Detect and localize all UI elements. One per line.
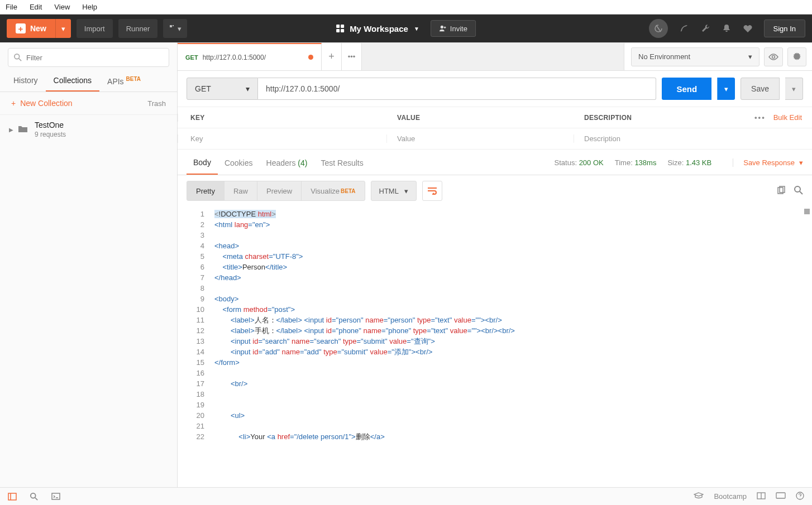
environment-settings-button[interactable] (787, 47, 806, 66)
menu-edit[interactable]: Edit (30, 3, 42, 11)
resp-tab-cookies[interactable]: Cookies (218, 152, 260, 174)
view-toolbar: Pretty Raw Preview Visualize BETA HTML▾ (178, 175, 812, 206)
chevron-down-icon: ▾ (748, 52, 752, 61)
filter-input[interactable] (26, 54, 163, 62)
bell-icon[interactable] (722, 23, 732, 33)
tab-apis[interactable]: APIs BETA (99, 70, 149, 92)
layout-icon[interactable] (757, 492, 766, 501)
params-header: KEY VALUE DESCRIPTION ••• Bulk Edit (178, 107, 812, 128)
statusbar: Bootcamp (0, 487, 812, 505)
new-dropdown[interactable]: ▾ (55, 19, 71, 38)
environment-preview-button[interactable] (764, 47, 783, 66)
plus-icon: + (328, 51, 335, 62)
params-row[interactable]: Key Value Description (178, 128, 812, 150)
environment-select[interactable]: No Environment▾ (631, 47, 760, 66)
new-collection-button[interactable]: +New Collection (11, 99, 73, 108)
collection-item[interactable]: ▶ TestOne 9 requests (0, 115, 177, 144)
format-select[interactable]: HTML▾ (371, 181, 417, 201)
size-label: Size: (667, 158, 684, 167)
tab-options-button[interactable]: ••• (342, 43, 362, 70)
save-dropdown[interactable]: ▾ (785, 78, 803, 100)
col-value: VALUE (387, 114, 574, 122)
new-button[interactable]: +New (7, 19, 55, 38)
svg-line-11 (800, 191, 803, 194)
svg-rect-19 (776, 493, 785, 498)
plus-icon: + (11, 99, 16, 108)
line-gutter: 12345678910111213141516171819202122 (178, 206, 210, 487)
request-tab[interactable]: GET http://127.0.0.1:5000/ (178, 43, 322, 70)
resp-tab-tests[interactable]: Test Results (314, 152, 370, 174)
menu-file[interactable]: File (6, 3, 17, 11)
send-button[interactable]: Send (662, 78, 711, 100)
sidebar-tabs: History Collections APIs BETA (0, 70, 177, 92)
content: GET http://127.0.0.1:5000/ + ••• No Envi… (178, 42, 812, 487)
help-icon[interactable] (796, 492, 804, 502)
svg-point-10 (795, 186, 800, 192)
svg-point-2 (440, 26, 443, 28)
response-tabs: Body Cookies Headers (4) Test Results St… (178, 151, 812, 175)
save-button[interactable]: Save (741, 78, 780, 100)
resp-tab-headers[interactable]: Headers (4) (260, 152, 314, 174)
chevron-down-icon: ▾ (246, 84, 250, 93)
statusbar-right: Bootcamp (694, 492, 804, 502)
signin-button[interactable]: Sign In (764, 20, 805, 37)
wrap-icon (427, 187, 437, 195)
svg-rect-16 (52, 493, 60, 499)
param-desc-input[interactable]: Description (574, 134, 812, 143)
runner-button[interactable]: Runner (118, 19, 158, 38)
svg-line-4 (19, 59, 21, 61)
wrench-icon[interactable] (700, 23, 710, 33)
sidebar-toggle-icon[interactable] (8, 493, 17, 501)
tab-history[interactable]: History (6, 70, 46, 92)
send-dropdown[interactable]: ▾ (717, 78, 735, 100)
view-preview[interactable]: Preview (257, 181, 302, 200)
bootcamp-link[interactable]: Bootcamp (714, 492, 747, 501)
view-pretty[interactable]: Pretty (187, 181, 225, 200)
param-key-input[interactable]: Key (178, 134, 387, 143)
method-select[interactable]: GET▾ (187, 78, 258, 100)
time-value: 138ms (634, 158, 656, 167)
trash-link[interactable]: Trash (147, 99, 166, 108)
collection-text: TestOne 9 requests (35, 121, 66, 138)
tab-collections[interactable]: Collections (46, 70, 99, 92)
capture-button[interactable]: ▾ (163, 19, 187, 38)
workspace-label: My Workspace (350, 24, 408, 33)
wrap-lines-button[interactable] (422, 181, 442, 201)
invite-button[interactable]: Invite (431, 20, 476, 37)
param-value-input[interactable]: Value (387, 134, 574, 143)
menu-help[interactable]: Help (82, 3, 97, 11)
view-visualize[interactable]: Visualize BETA (302, 181, 364, 200)
import-button[interactable]: Import (77, 19, 113, 38)
gear-icon (792, 52, 801, 61)
keyboard-icon[interactable] (776, 492, 786, 501)
dots-icon[interactable]: ••• (754, 113, 766, 122)
menu-view[interactable]: View (54, 3, 70, 11)
filter-box[interactable] (8, 48, 169, 67)
view-raw[interactable]: Raw (225, 181, 257, 200)
search-response-icon[interactable] (794, 186, 803, 196)
url-input[interactable] (258, 78, 656, 100)
save-response-button[interactable]: Save Response ▾ (733, 158, 803, 167)
request-tabs: GET http://127.0.0.1:5000/ + ••• No Envi… (178, 43, 812, 71)
resp-tab-body[interactable]: Body (187, 151, 218, 175)
workspace-selector[interactable]: My Workspace ▼ Invite (336, 20, 476, 37)
menubar: File Edit View Help (0, 0, 812, 15)
status-value: 200 OK (579, 158, 604, 167)
col-key: KEY (178, 114, 387, 122)
satellite-icon[interactable] (679, 23, 689, 33)
sync-disabled-icon[interactable] (649, 19, 668, 38)
svg-rect-12 (8, 493, 16, 500)
response-body[interactable]: 12345678910111213141516171819202122 <!DO… (178, 206, 812, 487)
console-icon[interactable] (51, 493, 60, 500)
copy-icon[interactable] (776, 186, 785, 196)
chevron-down-icon: ▾ (404, 187, 408, 195)
chevron-down-icon: ▾ (799, 158, 803, 167)
new-tab-button[interactable]: + (322, 43, 342, 70)
folder-icon (18, 125, 28, 134)
heart-icon[interactable] (743, 23, 753, 33)
learning-icon[interactable] (694, 492, 704, 501)
svg-point-5 (772, 55, 775, 58)
bulk-edit-link[interactable]: Bulk Edit (773, 113, 802, 122)
topbar: +New ▾ Import Runner ▾ My Workspace ▼ In… (0, 15, 812, 42)
find-icon[interactable] (30, 493, 38, 501)
